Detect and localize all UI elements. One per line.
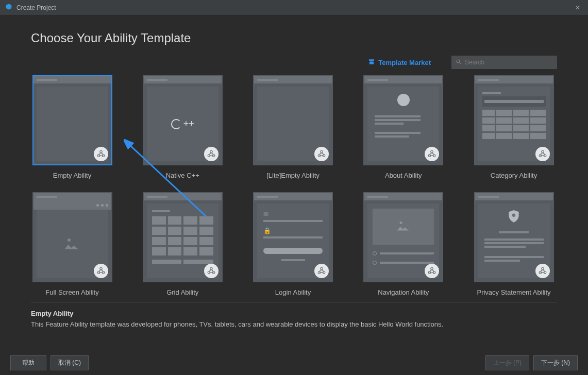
- template-card[interactable]: Category Ability: [473, 75, 555, 179]
- harmony-badge-icon: [204, 147, 219, 161]
- template-thumb: ++: [143, 75, 223, 165]
- template-card[interactable]: Grid Ability: [141, 192, 224, 296]
- svg-line-56: [432, 270, 434, 271]
- search-box[interactable]: [451, 56, 557, 69]
- svg-line-30: [543, 153, 545, 155]
- template-market-link[interactable]: Template Market: [368, 58, 431, 67]
- template-label: About Ability: [385, 172, 422, 179]
- svg-line-48: [320, 270, 322, 271]
- template-card[interactable]: Navigation Ability: [362, 192, 445, 296]
- window-title: Create Project: [16, 4, 56, 11]
- svg-point-51: [399, 221, 402, 224]
- svg-point-20: [431, 150, 433, 153]
- svg-point-45: [321, 267, 323, 270]
- thumb-title-bar: [475, 76, 553, 83]
- template-card[interactable]: Privacy Statement Ability: [473, 192, 555, 296]
- template-thumb: [363, 192, 443, 282]
- template-thumb: [474, 75, 554, 165]
- toolbar: Template Market: [31, 56, 557, 69]
- svg-point-26: [541, 150, 544, 153]
- svg-point-33: [99, 267, 102, 270]
- previous-button[interactable]: 上一步 (P): [485, 355, 529, 370]
- svg-point-39: [210, 267, 213, 270]
- svg-line-12: [211, 153, 214, 155]
- template-market-label: Template Market: [378, 59, 431, 66]
- template-thumb: [363, 75, 443, 165]
- svg-line-18: [322, 153, 324, 155]
- title-bar: Create Project ✕: [0, 0, 588, 15]
- harmony-badge-icon: [94, 147, 108, 161]
- template-label: Native C++: [166, 172, 199, 179]
- template-card[interactable]: Empty Ability: [31, 75, 113, 179]
- template-card[interactable]: ✉🔒Login Ability: [252, 192, 334, 296]
- selected-template-title: Empty Ability: [31, 310, 557, 317]
- template-label: Login Ability: [275, 288, 311, 296]
- template-card[interactable]: [Lite]Empty Ability: [252, 75, 334, 179]
- svg-line-6: [101, 153, 104, 155]
- svg-point-58: [512, 214, 515, 217]
- content-area: Choose Your Ability Template Template Ma…: [0, 15, 588, 302]
- svg-line-29: [540, 153, 543, 155]
- template-grid: Empty Ability++Native C++[Lite]Empty Abi…: [31, 75, 555, 296]
- svg-point-8: [210, 150, 213, 153]
- svg-line-11: [209, 153, 211, 155]
- svg-line-43: [211, 270, 214, 271]
- description-panel: Empty Ability This Feature Ability templ…: [0, 302, 588, 328]
- svg-point-0: [457, 60, 460, 63]
- template-card[interactable]: Full Screen Ability: [31, 192, 113, 296]
- template-thumb: ✉🔒: [253, 192, 333, 282]
- svg-line-55: [430, 270, 432, 271]
- svg-line-42: [209, 270, 211, 271]
- template-card[interactable]: ++Native C++: [141, 75, 224, 179]
- svg-line-36: [98, 270, 101, 271]
- thumb-title-bar: [364, 76, 442, 83]
- harmony-badge-icon: [535, 147, 550, 161]
- template-label: Privacy Statement Ability: [477, 288, 550, 296]
- svg-line-63: [543, 270, 545, 271]
- svg-line-1: [460, 62, 461, 64]
- close-icon[interactable]: ✕: [573, 4, 583, 11]
- template-thumb: [474, 192, 554, 282]
- thumb-title-bar: [364, 193, 442, 200]
- template-label: Full Screen Ability: [45, 288, 98, 296]
- svg-line-5: [98, 153, 101, 155]
- template-label: Category Ability: [491, 172, 537, 179]
- svg-line-17: [320, 153, 322, 155]
- harmony-badge-icon: [314, 147, 329, 161]
- template-thumb: [32, 75, 112, 165]
- search-icon: [456, 59, 462, 66]
- template-card[interactable]: About Ability: [362, 75, 445, 179]
- svg-line-37: [101, 270, 104, 271]
- template-grid-scroll[interactable]: Empty Ability++Native C++[Lite]Empty Abi…: [31, 75, 557, 302]
- template-label: [Lite]Empty Ability: [266, 172, 320, 179]
- harmony-badge-icon: [94, 264, 108, 278]
- thumb-title-bar: [254, 193, 332, 200]
- cancel-button[interactable]: 取消 (C): [51, 355, 89, 370]
- harmony-badge-icon: [204, 264, 219, 278]
- svg-line-23: [430, 153, 432, 155]
- svg-point-32: [68, 238, 71, 242]
- svg-point-14: [321, 150, 323, 153]
- template-label: Empty Ability: [53, 172, 91, 179]
- harmony-badge-icon: [314, 264, 329, 278]
- next-button[interactable]: 下一步 (N): [533, 355, 578, 370]
- svg-line-49: [322, 270, 324, 271]
- thumb-title-bar: [254, 76, 332, 83]
- template-thumb: [32, 192, 112, 282]
- svg-line-24: [432, 153, 434, 155]
- thumb-title-bar: [33, 76, 111, 83]
- harmony-badge-icon: [535, 264, 550, 278]
- svg-point-2: [99, 150, 102, 153]
- thumb-title-bar: [144, 193, 222, 200]
- thumb-title-bar: [144, 76, 222, 83]
- selected-template-description: This Feature Ability template was develo…: [31, 320, 557, 328]
- search-input[interactable]: [465, 59, 553, 66]
- footer-bar: 帮助 取消 (C) 上一步 (P) 下一步 (N): [0, 350, 588, 375]
- template-label: Navigation Ability: [378, 288, 429, 296]
- svg-point-52: [431, 267, 433, 270]
- app-logo-icon: [5, 3, 12, 12]
- template-thumb: [253, 75, 333, 165]
- help-button[interactable]: 帮助: [10, 355, 46, 370]
- page-heading: Choose Your Ability Template: [31, 31, 557, 45]
- thumb-title-bar: [475, 193, 553, 200]
